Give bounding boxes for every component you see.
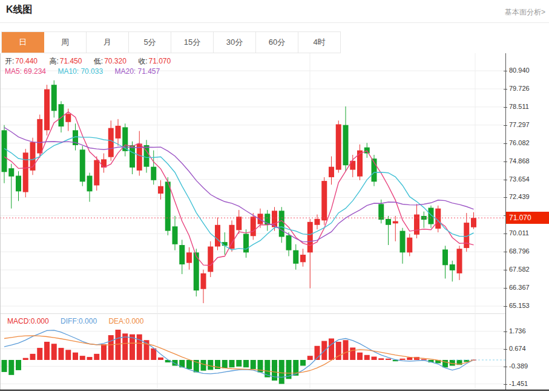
price-axis-label: 66.367: [509, 284, 547, 291]
axis-tick: [504, 107, 507, 108]
low-value: 70.320: [104, 57, 127, 65]
price-axis-label: 77.297: [509, 121, 547, 128]
header-divider: [0, 22, 549, 23]
close-label: 收:: [138, 57, 147, 65]
axis-tick: [504, 71, 507, 71]
price-axis-label: -0.389: [509, 362, 547, 370]
chart-bottom-border: [0, 390, 549, 391]
price-axis-label: 72.439: [509, 193, 547, 200]
axis-tick: [504, 288, 507, 289]
axis-tick: [504, 252, 507, 252]
low-label: 低:: [94, 57, 103, 65]
price-axis-label: 80.940: [509, 67, 547, 74]
price-axis-label: 0.674: [509, 345, 547, 352]
tab-周[interactable]: 周: [44, 32, 87, 53]
price-axis-label: 67.582: [509, 266, 547, 273]
dea-value-legend: DEA:0.000: [108, 317, 143, 325]
ma5-legend: MA5: 69.234: [5, 67, 46, 76]
price-axis-label: -1.451: [509, 380, 547, 387]
axis-tick: [504, 270, 507, 270]
price-axis-label: 65.153: [509, 302, 547, 309]
high-label: 高:: [49, 57, 58, 65]
macd-value-legend: MACD:0.000: [7, 317, 49, 325]
axis-tick: [504, 162, 507, 162]
high-value: 71.450: [60, 57, 82, 65]
current-price-tag: 71.070: [506, 212, 549, 224]
tab-4时[interactable]: 4时: [298, 32, 340, 53]
tab-5分[interactable]: 5分: [129, 32, 171, 53]
axis-tick: [504, 306, 507, 307]
price-axis-label: 68.796: [509, 247, 547, 255]
tab-15分[interactable]: 15分: [171, 32, 214, 53]
tab-30分[interactable]: 30分: [214, 32, 256, 53]
ma20-legend: MA20: 71.457: [114, 67, 160, 76]
ma-legend: MA5: 69.234 MA10: 70.033 MA20: 71.457: [5, 67, 169, 76]
period-tabs: 日周月5分15分30分60分4时: [1, 31, 341, 53]
open-value: 70.440: [15, 57, 38, 65]
axis-tick: [504, 180, 507, 180]
axis-tick: [504, 143, 507, 144]
axis-tick: [504, 367, 507, 367]
axis-tick: [504, 349, 507, 350]
ohlc-legend: 开:70.440 高:71.450 低:70.320 收:71.070: [5, 56, 180, 67]
price-axis-label: 79.726: [509, 85, 547, 92]
tab-日[interactable]: 日: [2, 32, 44, 53]
close-value: 71.070: [149, 57, 171, 65]
ma10-legend: MA10: 70.033: [58, 67, 103, 76]
axis-tick: [504, 125, 507, 126]
axis-tick: [504, 197, 507, 198]
chart-left-border: [0, 53, 1, 391]
macd-legend: MACD:0.000 DIFF:0.000 DEA:0.000: [7, 317, 153, 325]
axis-tick: [504, 384, 507, 385]
axis-tick: [504, 234, 507, 234]
price-axis-label: 73.654: [509, 175, 547, 183]
tab-月[interactable]: 月: [87, 32, 129, 53]
diff-value-legend: DIFF:0.000: [61, 317, 97, 325]
price-axis-label: 78.511: [509, 103, 547, 110]
axis-tick: [504, 332, 507, 332]
page-title: K线图: [6, 4, 33, 16]
price-axis-label: 74.868: [509, 157, 547, 165]
price-axis-label: 70.011: [509, 229, 547, 237]
fundamental-analysis-link[interactable]: 基本面分析>: [505, 7, 545, 18]
price-axis-label: 76.082: [509, 139, 547, 146]
candlestick-chart[interactable]: [0, 53, 505, 313]
tab-60分[interactable]: 60分: [256, 32, 298, 53]
price-axis-label: 1.736: [509, 327, 547, 335]
open-label: 开:: [5, 57, 14, 65]
axis-tick: [504, 89, 507, 90]
chart-area: 开:70.440 高:71.450 低:70.320 收:71.070 MA5:…: [0, 53, 549, 391]
